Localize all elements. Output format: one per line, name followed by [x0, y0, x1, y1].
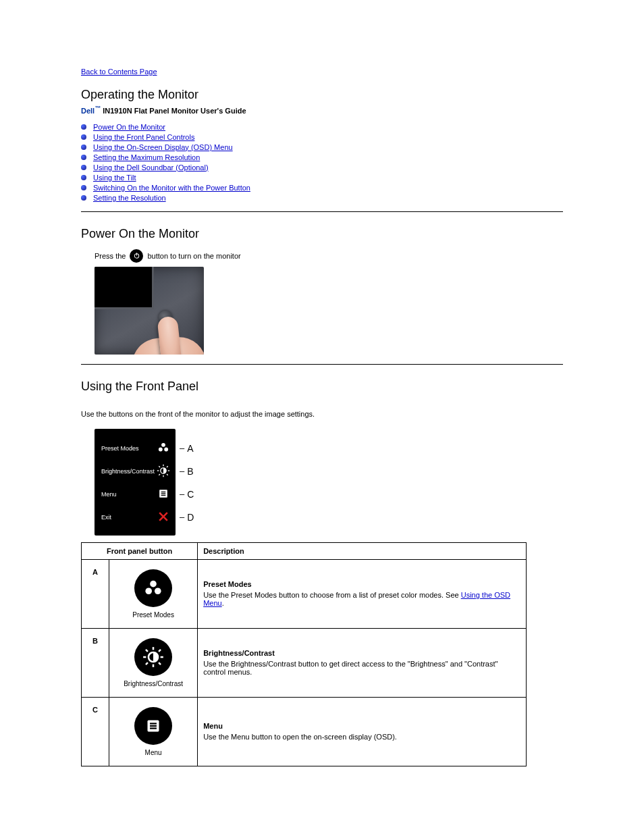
bullet-icon	[81, 185, 86, 190]
svg-line-28	[159, 662, 161, 664]
table-row: B Brightness/Contrast	[82, 628, 527, 697]
icon-caption: Menu	[109, 749, 197, 756]
table-header-description: Description	[198, 542, 527, 559]
row-description: Preset Modes Use the Preset Modes button…	[198, 559, 527, 628]
bullet-icon	[81, 145, 86, 150]
svg-line-30	[159, 650, 161, 652]
front-panel-buttons-table: Front panel button Description A Preset …	[81, 542, 527, 766]
power-icon	[130, 249, 143, 263]
toc-link[interactable]: Switching On the Monitor with the Power …	[93, 184, 250, 192]
bullet-icon	[81, 175, 86, 180]
toc-link[interactable]: Setting the Maximum Resolution	[93, 153, 200, 161]
preset-modes-icon	[134, 569, 172, 607]
icon-caption: Brightness/Contrast	[109, 680, 197, 687]
svg-point-2	[161, 443, 165, 447]
back-to-contents-link[interactable]: Back to Contents Page	[81, 68, 157, 76]
row-description: Brightness/Contrast Use the Brightness/C…	[198, 628, 527, 697]
section-power-heading: Power On the Monitor	[81, 227, 563, 241]
product-subtitle: Dell™ IN1910N Flat Panel Monitor User's …	[81, 105, 563, 115]
section-front-panel-heading: Using the Front Panel	[81, 380, 563, 394]
svg-point-20	[150, 580, 157, 587]
toc-link[interactable]: Using the On-Screen Display (OSD) Menu	[93, 143, 233, 151]
row-letter: C	[82, 697, 109, 766]
front-panel-intro: Use the buttons on the front of the moni…	[81, 410, 563, 418]
panel-label-menu: Menu	[101, 491, 117, 498]
bullet-icon	[81, 165, 86, 170]
svg-point-3	[159, 447, 163, 451]
svg-point-21	[145, 588, 152, 594]
brightness-contrast-icon	[134, 638, 172, 676]
panel-label-preset: Preset Modes	[101, 445, 139, 452]
table-row: A Preset Modes Preset Modes Use the Pres…	[82, 559, 527, 628]
table-row: C Menu Menu Use the Menu button to open …	[82, 697, 527, 766]
exit-icon	[157, 510, 170, 525]
svg-line-29	[146, 662, 148, 664]
callout-c: –C	[180, 483, 194, 506]
panel-label-brightness: Brightness/Contrast	[101, 468, 155, 475]
toc-link[interactable]: Using the Dell Soundbar (Optional)	[93, 163, 209, 172]
bullet-icon	[81, 195, 86, 201]
row-letter: B	[82, 628, 109, 697]
row-letter: A	[82, 559, 109, 628]
svg-line-11	[159, 474, 160, 475]
menu-icon	[134, 707, 172, 745]
svg-line-27	[146, 650, 148, 652]
table-header-button: Front panel button	[82, 542, 198, 559]
panel-label-exit: Exit	[101, 514, 111, 521]
brightness-contrast-icon	[157, 464, 170, 479]
menu-icon	[157, 487, 170, 502]
page-title: Operating the Monitor	[81, 88, 563, 102]
icon-caption: Preset Modes	[109, 611, 197, 619]
row-description: Menu Use the Menu button to open the on-…	[198, 697, 527, 766]
divider	[81, 211, 563, 212]
toc-link[interactable]: Using the Tilt	[93, 174, 136, 182]
preset-modes-icon	[157, 441, 170, 456]
svg-point-22	[155, 588, 161, 594]
toc-link[interactable]: Setting the Resolution	[93, 194, 166, 202]
svg-line-9	[159, 466, 160, 467]
svg-line-12	[167, 466, 168, 467]
bullet-icon	[81, 134, 86, 140]
bullet-icon	[81, 155, 86, 160]
callout-b: –B	[180, 460, 194, 483]
svg-line-10	[167, 474, 168, 475]
callout-d: –D	[180, 506, 194, 529]
callout-a: –A	[180, 437, 194, 460]
monitor-power-photo	[95, 267, 204, 355]
power-instruction: Press the button to turn on the monitor	[95, 249, 563, 263]
svg-point-4	[164, 447, 168, 451]
toc-link[interactable]: Using the Front Panel Controls	[93, 133, 194, 141]
toc-link[interactable]: Power On the Monitor	[93, 123, 165, 131]
table-of-contents: Power On the Monitor Using the Front Pan…	[81, 123, 563, 202]
bullet-icon	[81, 124, 86, 130]
front-panel-diagram: Preset Modes Brightness/Contrast	[95, 429, 203, 536]
divider	[81, 364, 563, 365]
